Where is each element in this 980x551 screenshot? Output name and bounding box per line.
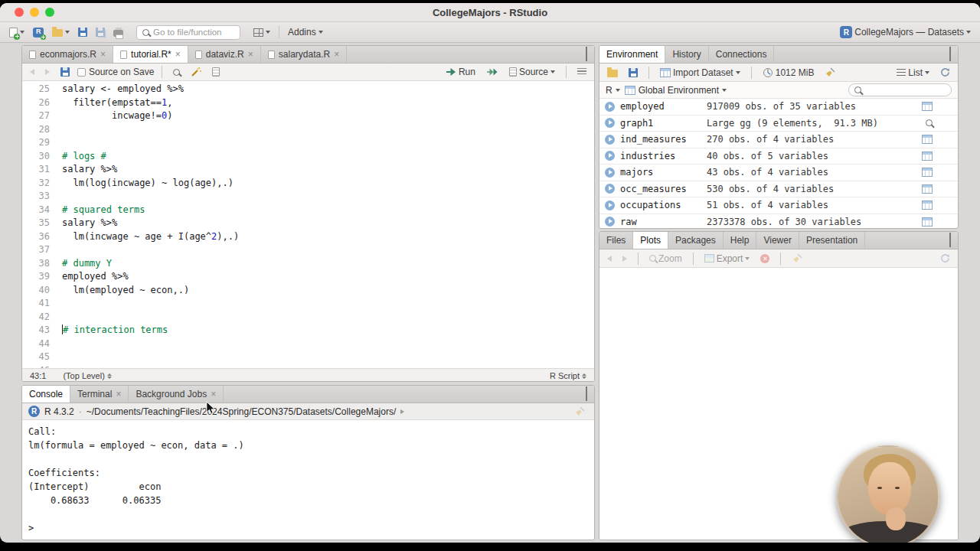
- compile-report-button[interactable]: [209, 64, 223, 80]
- source-on-save-checkbox[interactable]: [77, 68, 86, 77]
- code-editor[interactable]: 2526272829303132333435363738394041424344…: [22, 81, 594, 368]
- tab-console[interactable]: Console: [22, 386, 70, 403]
- close-window-button[interactable]: [15, 8, 24, 17]
- env-object-row[interactable]: raw2373378 obs. of 30 variables: [599, 214, 958, 230]
- forward-button[interactable]: [42, 64, 53, 80]
- env-object-row[interactable]: majors43 obs. of 4 variables: [599, 165, 958, 181]
- find-replace-button[interactable]: [170, 64, 183, 80]
- source-tab-tutorial-r[interactable]: tutorial.R*: [113, 46, 188, 63]
- close-icon[interactable]: [334, 49, 339, 60]
- run-button[interactable]: Run: [443, 64, 479, 80]
- scope-selector[interactable]: (Top Level): [63, 371, 111, 380]
- memory-usage-button[interactable]: 1012 MiB: [760, 64, 818, 80]
- load-workspace-button[interactable]: [604, 64, 621, 80]
- maximize-pane-button[interactable]: [586, 387, 587, 401]
- close-icon[interactable]: [100, 49, 106, 60]
- clear-environment-button[interactable]: [822, 64, 838, 80]
- env-object-row[interactable]: ind_measures270 obs. of 4 variables: [599, 132, 958, 148]
- tab-environment[interactable]: Environment: [599, 46, 665, 63]
- expand-arrow-icon[interactable]: [605, 217, 615, 227]
- tab-terminal[interactable]: Terminal: [70, 386, 129, 403]
- file-type-selector[interactable]: R Script: [550, 371, 586, 380]
- import-dataset-button[interactable]: Import Dataset: [657, 64, 743, 80]
- tab-viewer[interactable]: Viewer: [756, 232, 799, 249]
- expand-arrow-icon[interactable]: [605, 184, 615, 194]
- previous-plot-button[interactable]: [604, 250, 615, 266]
- view-table-icon[interactable]: [922, 152, 933, 161]
- close-icon[interactable]: [248, 49, 253, 60]
- show-directory-icon[interactable]: [400, 409, 404, 414]
- tab-packages[interactable]: Packages: [668, 232, 724, 249]
- list-view-button[interactable]: List: [893, 64, 933, 80]
- refresh-environment-button[interactable]: [937, 64, 953, 80]
- new-project-button[interactable]: [30, 24, 47, 41]
- next-plot-button[interactable]: [619, 250, 630, 266]
- env-object-row[interactable]: employed917009 obs. of 35 variables: [599, 99, 958, 116]
- console-prompt[interactable]: >: [28, 521, 588, 535]
- tab-files[interactable]: Files: [599, 232, 633, 249]
- rerun-button[interactable]: [483, 64, 501, 80]
- close-icon[interactable]: [175, 49, 181, 60]
- expand-arrow-icon[interactable]: [605, 102, 615, 112]
- language-selector[interactable]: R: [606, 85, 620, 96]
- save-document-button[interactable]: [57, 64, 73, 80]
- view-table-icon[interactable]: [922, 135, 933, 144]
- env-object-row[interactable]: occ_measures530 obs. of 4 variables: [599, 181, 958, 198]
- view-table-icon[interactable]: [922, 102, 933, 111]
- tab-connections[interactable]: Connections: [709, 46, 775, 63]
- export-plot-button[interactable]: Export: [701, 250, 753, 266]
- source-tab-salarydata-r[interactable]: salarydata.R: [261, 46, 347, 63]
- open-file-button[interactable]: [49, 24, 73, 41]
- expand-arrow-icon[interactable]: [605, 168, 615, 178]
- new-file-button[interactable]: [6, 24, 28, 41]
- tab-plots[interactable]: Plots: [633, 232, 668, 249]
- tab-presentation[interactable]: Presentation: [799, 232, 865, 249]
- remove-plot-button[interactable]: [757, 250, 773, 266]
- goto-file-input[interactable]: [153, 28, 234, 37]
- project-menu-button[interactable]: R CollegeMajors — Datasets: [837, 24, 974, 41]
- environment-search-input[interactable]: [865, 86, 946, 95]
- view-table-icon[interactable]: [922, 184, 933, 194]
- back-button[interactable]: [27, 64, 38, 80]
- save-all-button[interactable]: [93, 24, 108, 41]
- expand-arrow-icon[interactable]: [605, 151, 615, 161]
- env-object-row[interactable]: occupations51 obs. of 4 variables: [599, 197, 958, 214]
- view-table-icon[interactable]: [922, 217, 933, 227]
- view-table-icon[interactable]: [922, 201, 933, 210]
- close-icon[interactable]: [211, 389, 216, 399]
- save-workspace-button[interactable]: [626, 64, 641, 80]
- maximize-pane-button[interactable]: [586, 47, 587, 61]
- save-button[interactable]: [75, 24, 90, 41]
- tab-help[interactable]: Help: [724, 232, 757, 249]
- tab-background-jobs[interactable]: Background Jobs: [129, 386, 224, 403]
- maximize-pane-button[interactable]: [949, 47, 951, 61]
- source-tab-econmajors-r[interactable]: econmajors.R: [22, 46, 113, 63]
- clear-console-button[interactable]: [571, 403, 588, 419]
- expand-arrow-icon[interactable]: [605, 135, 615, 145]
- close-icon[interactable]: [116, 389, 121, 399]
- maximize-window-button[interactable]: [45, 8, 54, 17]
- clear-plots-button[interactable]: [789, 250, 805, 266]
- print-button[interactable]: [110, 24, 126, 41]
- environment-selector[interactable]: Global Environment: [625, 85, 727, 96]
- line-number: 43: [22, 324, 50, 337]
- view-table-icon[interactable]: [922, 168, 933, 177]
- document-outline-button[interactable]: [574, 64, 590, 80]
- magnifier-icon[interactable]: [926, 119, 933, 126]
- addins-button[interactable]: Addins: [285, 24, 326, 41]
- minimize-window-button[interactable]: [30, 8, 39, 17]
- expand-arrow-icon[interactable]: [605, 201, 615, 210]
- env-object-row[interactable]: graph1Large gg (9 elements, 91.3 MB): [599, 116, 958, 132]
- refresh-plots-button[interactable]: [937, 250, 953, 266]
- code-tools-button[interactable]: [188, 64, 204, 80]
- zoom-plot-button[interactable]: Zoom: [646, 250, 685, 266]
- env-object-row[interactable]: industries40 obs. of 5 variables: [599, 148, 958, 165]
- source-on-save-toggle[interactable]: Source on Save: [77, 67, 154, 77]
- source-tab-dataviz-r[interactable]: dataviz.R: [188, 46, 261, 63]
- expand-arrow-icon[interactable]: [605, 118, 615, 128]
- tab-history[interactable]: History: [665, 46, 708, 63]
- maximize-pane-button[interactable]: [949, 233, 951, 247]
- source-button[interactable]: Source: [506, 64, 558, 80]
- pane-layout-button[interactable]: [250, 24, 273, 41]
- console-output[interactable]: Call:lm(formula = employed ~ econ, data …: [22, 420, 594, 540]
